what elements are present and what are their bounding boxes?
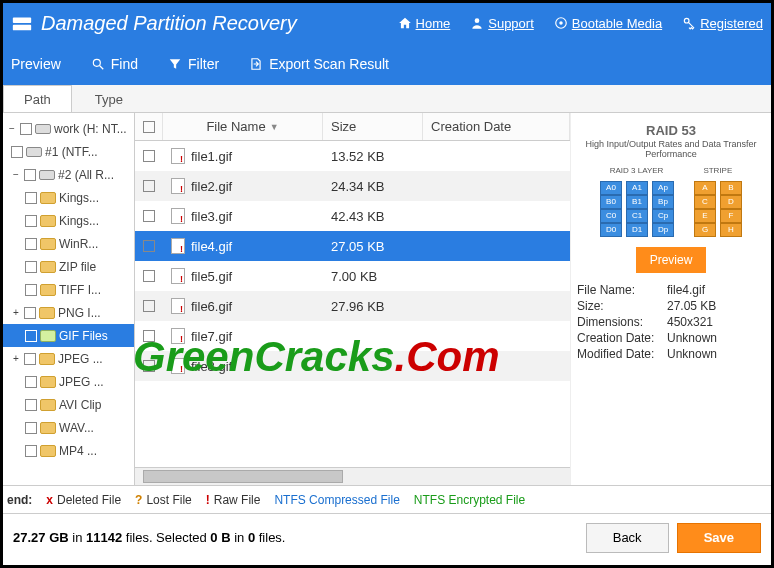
- support-icon: [470, 16, 484, 30]
- tree-folder-jpeg2[interactable]: JPEG ...: [3, 370, 134, 393]
- tab-path[interactable]: Path: [3, 85, 72, 112]
- svg-rect-1: [13, 25, 31, 31]
- svg-point-6: [93, 59, 100, 66]
- app-header: Damaged Partition Recovery Home Support …: [3, 3, 771, 43]
- column-headers: File Name▼ Size Creation Date: [135, 113, 570, 141]
- tree-folder-kings1[interactable]: Kings...: [3, 186, 134, 209]
- file-icon: [171, 328, 185, 344]
- file-icon: [171, 178, 185, 194]
- tree-partition-1[interactable]: #1 (NTF...: [3, 140, 134, 163]
- tree-folder-gif[interactable]: GIF Files: [3, 324, 134, 347]
- toolbar-export[interactable]: Export Scan Result: [249, 56, 389, 72]
- header-nav: Home Support Bootable Media Registered: [398, 16, 763, 31]
- tab-type[interactable]: Type: [74, 85, 144, 112]
- home-icon: [398, 16, 412, 30]
- header-date[interactable]: Creation Date: [423, 113, 570, 140]
- file-row[interactable]: file5.gif7.00 KB: [135, 261, 570, 291]
- back-button[interactable]: Back: [586, 523, 669, 553]
- filter-icon: [168, 57, 182, 71]
- toolbar-filter[interactable]: Filter: [168, 56, 219, 72]
- bootable-icon: [554, 16, 568, 30]
- header-check-all[interactable]: [135, 113, 163, 140]
- tree-folder-winr[interactable]: WinR...: [3, 232, 134, 255]
- tree-folder-png[interactable]: +PNG I...: [3, 301, 134, 324]
- nav-support[interactable]: Support: [470, 16, 534, 31]
- file-row[interactable]: file4.gif27.05 KB: [135, 231, 570, 261]
- app-title: Damaged Partition Recovery: [41, 12, 398, 35]
- export-icon: [249, 57, 263, 71]
- tree-folder-wav[interactable]: WAV...: [3, 416, 134, 439]
- preview-title: RAID 53: [577, 123, 765, 138]
- tree-folder-zip[interactable]: ZIP file: [3, 255, 134, 278]
- file-row[interactable]: file2.gif24.34 KB: [135, 171, 570, 201]
- file-icon: [171, 268, 185, 284]
- toolbar: Preview Find Filter Export Scan Result: [3, 43, 771, 85]
- raid-section-labels: RAID 3 LAYERSTRIPE: [577, 166, 765, 175]
- file-row[interactable]: file3.gif42.43 KB: [135, 201, 570, 231]
- view-tabs: Path Type: [3, 85, 771, 113]
- legend-raw: !Raw File: [206, 493, 261, 507]
- tree-partition-2[interactable]: −#2 (All R...: [3, 163, 134, 186]
- file-metadata: File Name:file4.gif Size:27.05 KB Dimens…: [577, 283, 765, 361]
- toolbar-preview[interactable]: Preview: [11, 56, 61, 72]
- key-icon: [682, 16, 696, 30]
- file-icon: [171, 208, 185, 224]
- header-filename[interactable]: File Name▼: [163, 113, 323, 140]
- search-icon: [91, 57, 105, 71]
- raid-diagram: A0B0C0D0 A1B1C1D1 ApBpCpDp ACEG BDFH: [577, 181, 765, 237]
- file-row[interactable]: file7.gif: [135, 321, 570, 351]
- svg-rect-0: [13, 18, 31, 24]
- svg-point-4: [559, 21, 563, 25]
- toolbar-find[interactable]: Find: [91, 56, 138, 72]
- tree-folder-jpeg1[interactable]: +JPEG ...: [3, 347, 134, 370]
- file-icon: [171, 358, 185, 374]
- nav-home[interactable]: Home: [398, 16, 451, 31]
- tree-folder-kings2[interactable]: Kings...: [3, 209, 134, 232]
- preview-button[interactable]: Preview: [636, 247, 707, 273]
- content-area: −work (H: NT... #1 (NTF... −#2 (All R...…: [3, 113, 771, 485]
- disk-icon: [11, 12, 33, 34]
- file-icon: [171, 148, 185, 164]
- status-text: 27.27 GB in 11142 files. Selected 0 B in…: [13, 530, 578, 545]
- tree-drive-work[interactable]: −work (H: NT...: [3, 117, 134, 140]
- file-row[interactable]: file6.gif27.96 KB: [135, 291, 570, 321]
- legend-deleted: xDeleted File: [46, 493, 121, 507]
- folder-tree: −work (H: NT... #1 (NTF... −#2 (All R...…: [3, 113, 135, 485]
- tree-folder-mp4[interactable]: MP4 ...: [3, 439, 134, 462]
- svg-point-2: [475, 18, 480, 23]
- legend-lost: ?Lost File: [135, 493, 192, 507]
- legend-ntfs-compressed: NTFS Compressed File: [274, 493, 399, 507]
- save-button[interactable]: Save: [677, 523, 761, 553]
- file-list: File Name▼ Size Creation Date file1.gif1…: [135, 113, 571, 485]
- tree-folder-tiff[interactable]: TIFF I...: [3, 278, 134, 301]
- svg-point-5: [684, 18, 689, 23]
- file-row[interactable]: file8.gif: [135, 351, 570, 381]
- header-size[interactable]: Size: [323, 113, 423, 140]
- file-rows: file1.gif13.52 KBfile2.gif24.34 KBfile3.…: [135, 141, 570, 381]
- legend-bar: end: xDeleted File ?Lost File !Raw File …: [3, 485, 771, 513]
- tree-folder-avi[interactable]: AVI Clip: [3, 393, 134, 416]
- legend-ntfs-encrypted: NTFS Encrypted File: [414, 493, 525, 507]
- nav-bootable[interactable]: Bootable Media: [554, 16, 662, 31]
- status-bar: 27.27 GB in 11142 files. Selected 0 B in…: [3, 513, 771, 561]
- file-icon: [171, 298, 185, 314]
- sort-arrow-icon: ▼: [270, 122, 279, 132]
- horizontal-scrollbar[interactable]: [135, 467, 570, 485]
- nav-registered[interactable]: Registered: [682, 16, 763, 31]
- file-icon: [171, 238, 185, 254]
- main-area: File Name▼ Size Creation Date file1.gif1…: [135, 113, 771, 485]
- preview-subtitle: High Input/Output Rates and Data Transfe…: [577, 140, 765, 160]
- file-row[interactable]: file1.gif13.52 KB: [135, 141, 570, 171]
- preview-panel: RAID 53 High Input/Output Rates and Data…: [571, 113, 771, 485]
